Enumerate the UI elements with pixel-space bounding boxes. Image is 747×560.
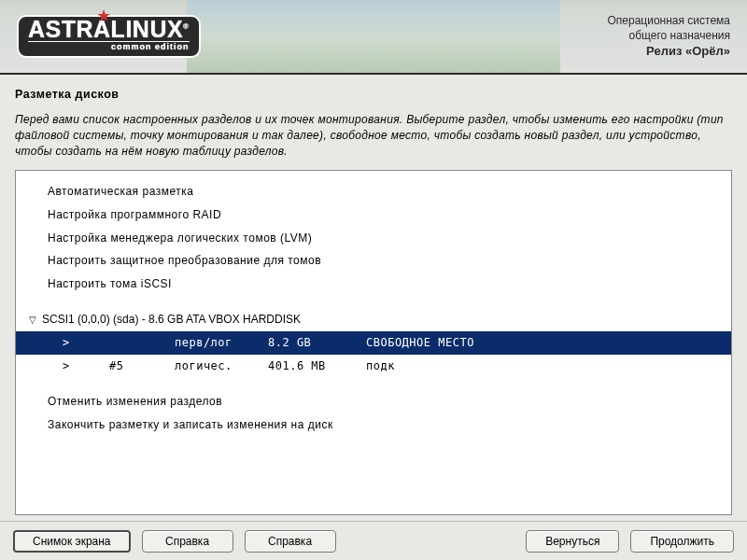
- page-description: Перед вами список настроенных разделов и…: [15, 112, 732, 159]
- partition-cell: 401.6 MB: [268, 357, 366, 375]
- partition-cell: перв/лог: [175, 334, 268, 352]
- page-title: Разметка дисков: [15, 88, 732, 101]
- menu-lvm[interactable]: Настройка менеджера логических томов (LV…: [16, 227, 731, 250]
- continue-button[interactable]: Продолжить: [630, 530, 734, 553]
- logo-sub: common edition: [28, 41, 190, 50]
- header-background: [187, 0, 560, 73]
- menu-raid[interactable]: Настройка программного RAID: [16, 203, 731, 227]
- disk-rows: >перв/лог8.2 GBСВОБОДНОЕ МЕСТО>#5логичес…: [16, 331, 731, 377]
- header: ★ ASTRALINUX® common edition Операционна…: [0, 0, 747, 73]
- partition-cell: СВОБОДНОЕ МЕСТО: [366, 334, 731, 352]
- partition-cell: #5: [109, 357, 175, 375]
- content: Разметка дисков Перед вами список настро…: [0, 75, 747, 528]
- menu-crypto[interactable]: Настроить защитное преобразование для то…: [16, 249, 731, 273]
- back-button[interactable]: Вернуться: [526, 530, 619, 553]
- partition-cell: логичес.: [175, 357, 268, 375]
- logo: ★ ASTRALINUX® common edition: [17, 15, 201, 59]
- partition-row[interactable]: >#5логичес.401.6 MBподк: [16, 355, 731, 378]
- disk-header[interactable]: ▽ SCSI1 (0,0,0) (sda) - 8.6 GB ATA VBOX …: [16, 308, 731, 331]
- star-icon: ★: [96, 6, 111, 26]
- chevron-down-icon: ▽: [29, 313, 36, 328]
- help-button-1[interactable]: Справка: [142, 530, 233, 553]
- menu-undo[interactable]: Отменить изменения разделов: [16, 390, 731, 413]
- partition-panel: Автоматическая разметка Настройка програ…: [15, 170, 732, 515]
- menu-iscsi[interactable]: Настроить тома iSCSI: [16, 273, 731, 296]
- release-label: Релиз «Орёл»: [607, 43, 730, 60]
- screenshot-button[interactable]: Снимок экрана: [13, 530, 131, 553]
- disk-label: SCSI1 (0,0,0) (sda) - 8.6 GB ATA VBOX HA…: [42, 311, 301, 329]
- menu-auto-partition[interactable]: Автоматическая разметка: [16, 180, 731, 203]
- partition-row[interactable]: >перв/лог8.2 GBСВОБОДНОЕ МЕСТО: [16, 331, 731, 355]
- partition-cell: >: [63, 334, 109, 352]
- footer: Снимок экрана Справка Справка Вернуться …: [0, 521, 747, 560]
- os-line1: Операционная система: [607, 13, 730, 28]
- os-line2: общего назначения: [607, 28, 730, 43]
- partition-cell: [109, 334, 175, 352]
- partition-cell: подк: [366, 357, 731, 375]
- partition-cell: 8.2 GB: [268, 334, 366, 352]
- menu-finish[interactable]: Закончить разметку и записать изменения …: [16, 413, 731, 437]
- partition-cell: >: [63, 357, 109, 375]
- header-right: Операционная система общего назначения Р…: [607, 13, 730, 60]
- help-button-2[interactable]: Справка: [245, 530, 336, 553]
